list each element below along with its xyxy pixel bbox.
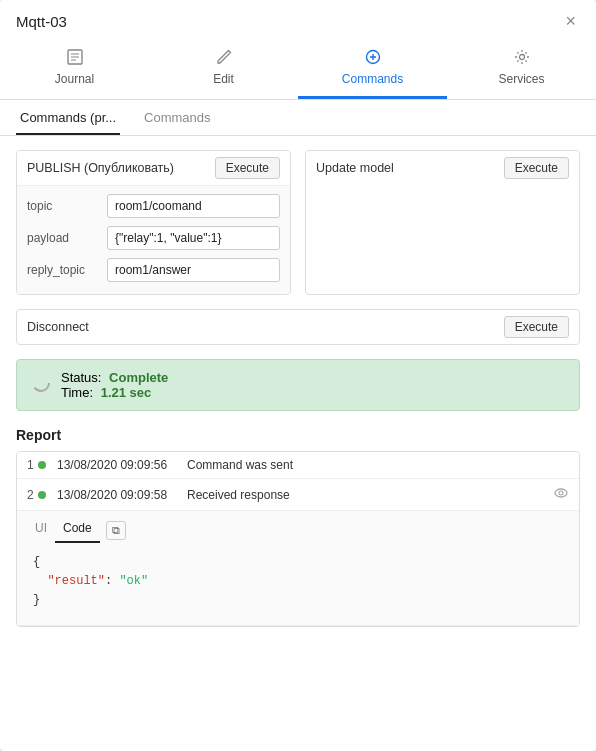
detail-tab-ui[interactable]: UI [27,517,55,543]
close-button[interactable]: × [561,10,580,32]
row-time-1: 13/08/2020 09:09:56 [57,458,187,472]
svg-point-5 [519,55,524,60]
tab-journal[interactable]: Journal [0,40,149,99]
tab-commands-label: Commands [342,72,403,86]
title-bar: Mqtt-03 × [0,0,596,40]
detail-row: UI Code ⧉ { "result": "ok" } [17,511,579,626]
commands-row: PUBLISH (Опубликовать) Execute topic pay… [16,150,580,295]
svg-point-8 [559,491,563,495]
sub-tab-commands-pr[interactable]: Commands (pr... [16,100,120,135]
time-value: 1.21 sec [101,385,152,400]
row-message-1: Command was sent [187,458,569,472]
tab-commands[interactable]: Commands [298,40,447,99]
code-line-2: "result": "ok" [33,572,563,591]
disconnect-row: Disconnect Execute [16,309,580,345]
main-window: Mqtt-03 × Journal Edit Commands Ser [0,0,596,751]
topic-label: topic [27,199,107,213]
report-section: Report 1 13/08/2020 09:09:56 Command was… [16,427,580,627]
reply-topic-input[interactable] [107,258,280,282]
content-area: PUBLISH (Опубликовать) Execute topic pay… [0,136,596,641]
disconnect-card: Disconnect Execute [16,309,580,345]
field-row-topic: topic [27,194,280,218]
tab-services-label: Services [498,72,544,86]
payload-label: payload [27,231,107,245]
eye-icon[interactable] [553,485,569,504]
disconnect-execute-button[interactable]: Execute [504,316,569,338]
time-label: Time: [61,385,93,400]
dot-icon-2 [38,491,46,499]
time-line: Time: 1.21 sec [61,385,168,400]
topic-input[interactable] [107,194,280,218]
publish-command-header: PUBLISH (Опубликовать) Execute [17,151,290,185]
detail-tab-bar: UI Code ⧉ [17,511,579,543]
update-model-header: Update model Execute [306,151,579,185]
status-info: Status: Complete Time: 1.21 sec [61,370,168,400]
services-icon [513,48,531,69]
payload-input[interactable] [107,226,280,250]
tab-edit[interactable]: Edit [149,40,298,99]
publish-command-card: PUBLISH (Опубликовать) Execute topic pay… [16,150,291,295]
row-num-2: 2 [27,488,57,502]
publish-command-fields: topic payload reply_topic [17,185,290,294]
table-row: 1 13/08/2020 09:09:56 Command was sent [17,452,579,479]
code-line-1: { [33,553,563,572]
window-title: Mqtt-03 [16,13,67,30]
disconnect-label: Disconnect [27,320,89,334]
svg-point-7 [555,489,567,497]
commands-icon [364,48,382,69]
publish-execute-button[interactable]: Execute [215,157,280,179]
svg-point-6 [33,375,49,391]
report-title: Report [16,427,580,443]
edit-icon [215,48,233,69]
detail-code-block: { "result": "ok" } [17,543,579,625]
status-box: Status: Complete Time: 1.21 sec [16,359,580,411]
tab-journal-label: Journal [55,72,94,86]
tab-services[interactable]: Services [447,40,596,99]
json-value: "ok" [119,574,148,588]
update-model-title: Update model [316,161,394,175]
row-message-2: Received response [187,488,553,502]
field-row-reply-topic: reply_topic [27,258,280,282]
status-line: Status: Complete [61,370,168,385]
copy-button[interactable]: ⧉ [106,521,126,540]
status-label: Status: [61,370,101,385]
field-row-payload: payload [27,226,280,250]
code-line-3: } [33,591,563,610]
json-key: "result" [33,574,105,588]
sub-tab-commands[interactable]: Commands [140,100,214,135]
tab-edit-label: Edit [213,72,234,86]
reply-topic-label: reply_topic [27,263,107,277]
publish-command-title: PUBLISH (Опубликовать) [27,161,174,175]
update-model-command-card: Update model Execute [305,150,580,295]
spinner-icon [31,373,51,397]
status-value: Complete [109,370,168,385]
sub-tab-bar: Commands (pr... Commands [0,100,596,136]
detail-tab-code[interactable]: Code [55,517,100,543]
dot-icon-1 [38,461,46,469]
row-time-2: 13/08/2020 09:09:58 [57,488,187,502]
table-row: 2 13/08/2020 09:09:58 Received response [17,479,579,511]
tab-bar: Journal Edit Commands Services [0,40,596,100]
update-model-execute-button[interactable]: Execute [504,157,569,179]
report-table: 1 13/08/2020 09:09:56 Command was sent 2… [16,451,580,627]
row-num-1: 1 [27,458,57,472]
journal-icon [66,48,84,69]
